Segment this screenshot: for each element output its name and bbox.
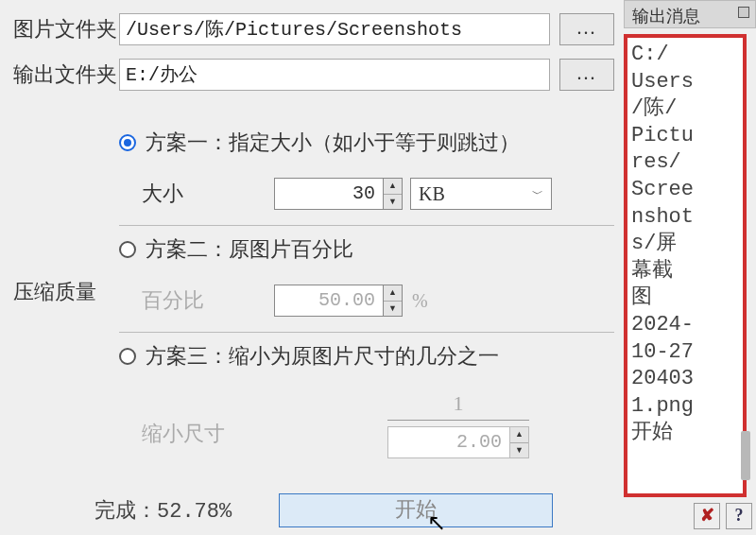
size-label: 大小 [142, 180, 274, 208]
output-log-highlighted: C:/ Users /陈/ Pictu res/ Scree nshot s/屏… [624, 34, 747, 497]
fraction-denominator-input[interactable]: 2.00 [387, 426, 510, 458]
output-panel-title: 输出消息 [624, 0, 756, 28]
option1-radio[interactable] [119, 134, 136, 151]
chevron-down-icon: ﹀ [532, 186, 543, 202]
image-folder-browse-button[interactable]: ... [559, 13, 614, 45]
percent-input[interactable]: 50.00 [274, 285, 384, 317]
fraction-spin-up[interactable]: ▲ [510, 427, 528, 443]
size-unit-label: KB [419, 183, 445, 205]
option3-radio[interactable] [119, 348, 136, 365]
percent-spin-up[interactable]: ▲ [384, 285, 402, 302]
output-log-text[interactable]: C:/ Users /陈/ Pictu res/ Scree nshot s/屏… [627, 38, 743, 451]
size-input[interactable]: 30 [274, 178, 384, 210]
output-folder-browse-button[interactable]: ... [559, 59, 614, 91]
percent-spin-down[interactable]: ▼ [384, 302, 402, 317]
size-spin-down[interactable]: ▼ [384, 195, 402, 210]
close-icon[interactable]: ✘ [694, 503, 720, 529]
output-folder-input[interactable]: E:/办公 [119, 59, 550, 91]
fraction-numerator: 1 [454, 391, 464, 420]
option2-label: 方案二：原图片百分比 [146, 235, 353, 264]
progress-label: 完成：52.78% [94, 496, 232, 525]
fraction-spin-down[interactable]: ▼ [510, 443, 528, 458]
percent-symbol: % [412, 290, 428, 312]
image-folder-input[interactable]: /Users/陈/Pictures/Screenshots [119, 13, 550, 45]
percent-label: 百分比 [142, 286, 274, 315]
help-icon[interactable]: ? [726, 503, 752, 529]
option3-label: 方案三：缩小为原图片尺寸的几分之一 [146, 342, 499, 371]
size-unit-select[interactable]: KB ﹀ [410, 178, 552, 210]
image-folder-label: 图片文件夹 [13, 15, 119, 43]
size-spin-up[interactable]: ▲ [384, 179, 402, 195]
option2-radio[interactable] [119, 241, 136, 258]
shrink-label: 缩小尺寸 [142, 391, 274, 448]
start-button[interactable]: 开始 ↖ [279, 493, 553, 527]
dock-icon[interactable] [738, 7, 749, 18]
log-scrollbar[interactable] [741, 431, 750, 480]
option1-label: 方案一：指定大小（如小于等于则跳过） [146, 129, 520, 157]
quality-section-label: 压缩质量 [13, 119, 119, 474]
output-folder-label: 输出文件夹 [13, 60, 119, 89]
